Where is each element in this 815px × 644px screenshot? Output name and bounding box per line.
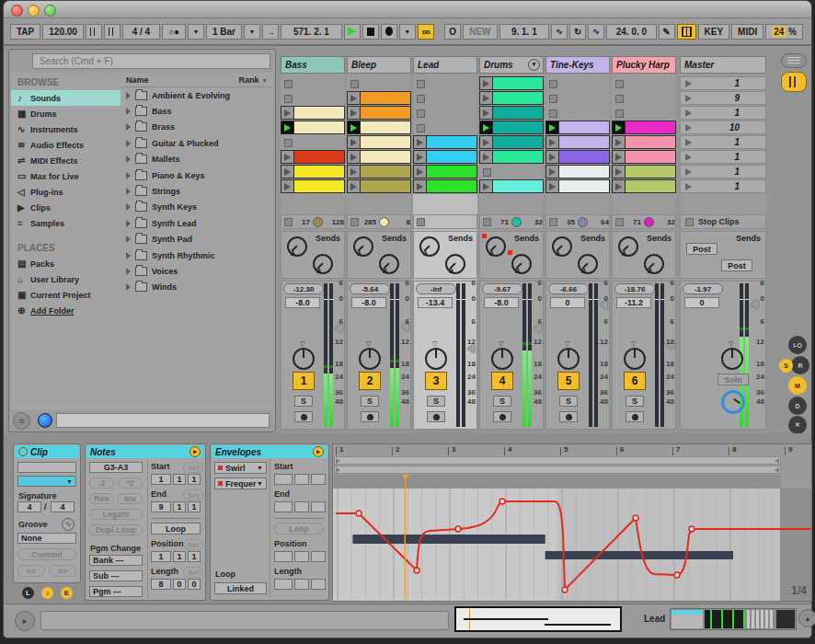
device-thumb[interactable] [776,610,795,628]
clip-overview[interactable] [454,606,622,632]
draw-mode-button[interactable]: ✎ [659,24,675,40]
clip-slot[interactable] [612,165,676,178]
legato-button[interactable]: Legato [89,509,143,520]
scene-slot[interactable]: 9 [680,91,766,105]
clip-launch-button[interactable] [480,121,493,133]
env-position-bar[interactable] [274,551,293,562]
clip-launch-button[interactable] [613,151,626,163]
record-dropdown[interactable]: ▼ [399,24,416,40]
peak-level-field[interactable]: -5.64 [350,283,390,294]
punch-in-button[interactable]: ∿ [551,24,568,40]
arm-monitor-button[interactable] [493,411,511,422]
folder-row-guitar-plucked[interactable]: Guitar & Plucked [121,135,273,151]
groove-icon[interactable]: ∿ [62,518,75,531]
volume-field[interactable]: -8.0 [285,297,320,308]
scene-slot[interactable]: 1 [680,135,766,149]
clip-launch-button[interactable] [613,136,626,148]
clip-slot[interactable] [281,121,345,134]
track-status-row[interactable] [413,214,477,229]
toggle-sends[interactable]: S [779,359,793,373]
clip-slot[interactable] [612,135,676,149]
places-item-current-project[interactable]: ▣Current Project [11,287,121,303]
folder-row-mallets[interactable]: Mallets [121,152,273,167]
column-rank[interactable]: Rank ▼ [239,75,268,85]
env-length-bar[interactable] [274,579,293,590]
clip-slot[interactable] [612,150,676,164]
new-scene-button[interactable]: NEW [463,24,497,40]
loop-button[interactable]: ↻ [569,24,586,40]
track-activator-button[interactable]: 2 [359,372,381,390]
notes-fold-icon[interactable]: ▸ [189,446,201,457]
track-status-row[interactable]: 3564 [545,214,610,229]
clip-slot[interactable] [281,106,345,120]
send-b-knob[interactable]: B [578,254,598,274]
filter-icon[interactable]: ▼ [261,77,268,84]
clip-slot[interactable] [545,150,610,164]
peak-level-field[interactable]: -6.66 [548,283,589,294]
pan-knob[interactable] [557,348,580,370]
track-activator-button[interactable]: 3 [425,372,447,390]
device-thumb[interactable] [672,610,703,628]
master-status-row[interactable]: Stop Clips [680,214,766,229]
volume-field[interactable]: 0 [684,297,719,308]
toggle-io[interactable]: I-O [788,336,807,354]
clip-slot[interactable] [612,121,676,134]
clip-launch-button[interactable] [480,107,493,119]
pan-knob[interactable] [359,348,381,370]
device-thumb[interactable] [747,610,775,628]
clip-slot[interactable] [413,135,477,149]
search-input[interactable]: Search (Cmd + F) [32,53,270,69]
solo-button[interactable]: S [294,396,313,407]
clip-launch-button[interactable] [348,166,361,178]
stop-all-clips-button[interactable] [350,218,359,226]
beat-ruler[interactable]: 123456789 [333,444,811,456]
loop-brace-lower[interactable] [334,466,781,474]
sidebar-item-sounds[interactable]: ♪Sounds [11,90,121,106]
quantization-menu[interactable]: 1 Bar [206,24,242,40]
solo-button[interactable]: S [427,396,445,407]
folder-row-synth-keys[interactable]: Synth Keys [121,200,273,215]
expand-triangle-icon[interactable] [126,252,131,259]
clip-slot[interactable] [413,150,477,164]
empty-clip-slot[interactable] [281,91,345,105]
clip-slot[interactable] [347,165,411,178]
scene-launch-icon[interactable] [685,124,692,132]
toggle-delay[interactable]: D [788,397,807,415]
clip-launch-button[interactable] [480,77,493,89]
clip-slot[interactable] [479,106,544,120]
track-header-tine-keys[interactable]: Tine-Keys [545,56,610,74]
empty-clip-slot[interactable] [612,91,676,105]
envelopes-fold-icon[interactable]: ▸ [313,446,324,457]
clip-slot[interactable] [347,135,411,149]
solo-button[interactable]: S [493,396,511,407]
signature-numerator[interactable]: 4 [17,501,41,512]
position-sub[interactable]: 1 [188,551,201,562]
zoom-button-icon[interactable] [44,5,56,17]
track-header-bleep[interactable]: Bleep [347,56,411,74]
folder-row-synth-rhythmic[interactable]: Synth Rhythmic [121,247,273,263]
stop-all-clips-button[interactable] [417,218,425,226]
next-clip-button[interactable]: >> [49,565,76,577]
post-toggle-b[interactable]: Post [721,259,752,271]
pan-knob[interactable] [491,348,513,370]
signature-denominator[interactable]: 4 [51,501,75,512]
track-header-drums[interactable]: Drums▾ [479,56,544,74]
length-sub[interactable]: 0 [188,579,201,590]
clip-slot[interactable] [347,179,411,193]
length-bar[interactable]: 8 [151,579,171,590]
sidebar-item-samples[interactable]: ≈Samples [11,215,121,231]
env-start-bar[interactable] [274,474,293,485]
track-status-row[interactable]: 2858 [347,214,411,229]
clip-slot[interactable] [281,179,345,193]
clip-launch-button[interactable] [281,121,294,133]
clip-slot[interactable] [479,76,544,90]
clip-slot[interactable] [479,121,544,134]
send-b-knob[interactable]: B [379,254,399,274]
quantization-dropdown[interactable]: ▼ [244,24,260,40]
clip-launch-button[interactable] [414,180,427,192]
clip-launch-button[interactable] [480,180,493,192]
empty-clip-slot[interactable] [413,106,477,120]
midi-map-button[interactable]: MIDI [731,24,763,40]
empty-clip-slot[interactable] [347,76,411,90]
scene-launch-icon[interactable] [685,95,692,102]
